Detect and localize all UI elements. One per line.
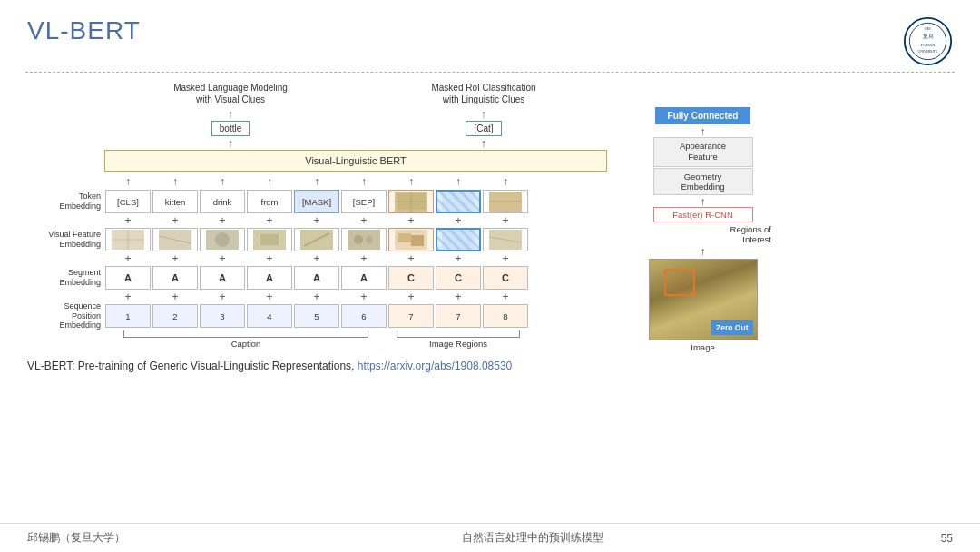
page-title: VL-BERT xyxy=(27,16,141,45)
svg-point-26 xyxy=(366,236,373,243)
reference-line: VL-BERT: Pre-training of Generic Visual-… xyxy=(27,360,953,372)
pos-5: 5 xyxy=(294,304,339,328)
plus-row-3: + + + + + + + + + xyxy=(104,291,529,303)
fc-box: Fully Connected xyxy=(655,107,751,124)
arrow-fc-down: ↑ xyxy=(701,126,706,137)
reference-text: VL-BERT: Pre-training of Generic Visual-… xyxy=(27,360,358,372)
header: VL-BERT 复旦 FUDAN UNIVERSITY 1905 xyxy=(0,0,980,66)
footer-page: 55 xyxy=(941,532,953,545)
appearance-feature-box: Appearance Feature xyxy=(653,137,753,167)
pos-1: 1 xyxy=(105,304,151,328)
pos-6: 6 xyxy=(341,304,387,328)
vf-img1 xyxy=(388,228,434,251)
bottom-labels: Caption Image Regions xyxy=(104,329,529,349)
visual-feature-row xyxy=(104,227,529,252)
faster-rcnn-box: Fast(er) R-CNN xyxy=(653,207,753,222)
image-label: Image xyxy=(691,342,714,352)
tokens-grid: [CLS] kitten drink from [MASK] [SEP] xyxy=(104,189,529,329)
token-mask: [MASK] xyxy=(294,190,339,213)
pos-7a: 7 xyxy=(388,304,434,328)
visual-feature-label: Visual Feature Embedding xyxy=(48,227,101,252)
token-embedding-row: [CLS] kitten drink from [MASK] [SEP] xyxy=(104,189,529,214)
arrow-up-bottle: ↑ xyxy=(228,107,234,121)
svg-rect-10 xyxy=(442,192,475,212)
token-end xyxy=(483,190,528,213)
position-row: 1 2 3 4 5 6 7 7 8 xyxy=(104,303,529,329)
zero-out-box: Zero Out xyxy=(711,320,752,335)
svg-rect-28 xyxy=(398,233,411,242)
vf-from xyxy=(247,228,292,251)
roi-label: Regions of Interest xyxy=(730,224,771,244)
token-cls: [CLS] xyxy=(105,190,151,213)
plus-row-1: + + + + + + + + + xyxy=(104,214,529,227)
vf-drink xyxy=(200,228,245,251)
bert-diagram: Masked Language Modeling with Visual Clu… xyxy=(27,82,611,349)
token-kitten: kitten xyxy=(152,190,198,213)
arrow-up-cat: ↑ xyxy=(481,107,487,121)
image-box: Zero Out xyxy=(649,259,758,340)
seg-cls: A xyxy=(105,266,151,290)
roi-orange-rect xyxy=(664,269,695,296)
reference-link[interactable]: https://arxiv.org/abs/1908.08530 xyxy=(358,360,513,372)
pos-8: 8 xyxy=(483,304,528,328)
arrow-rcnn-up: ↑ xyxy=(701,196,706,207)
pos-3: 3 xyxy=(200,304,245,328)
segment-embedding-label: Segment Embedding xyxy=(59,265,101,291)
seg-img1: C xyxy=(388,266,434,290)
vf-kitten xyxy=(152,228,198,251)
plus-row-2: + + + + + + + + + xyxy=(104,252,529,265)
token-img2 xyxy=(436,190,481,213)
rows-with-labels: Token Embedding Visual Feature Embedding… xyxy=(27,189,529,329)
svg-point-19 xyxy=(215,232,230,247)
pos-7b: 7 xyxy=(436,304,481,328)
main-content: Masked Language Modeling with Visual Clu… xyxy=(0,73,980,372)
vf-sep xyxy=(341,228,387,251)
rcnn-section: Fully Connected ↑ Appearance Feature Geo… xyxy=(623,107,782,352)
svg-point-0 xyxy=(905,18,951,64)
vlbert-bar: Visual-Linguistic BERT xyxy=(104,150,607,172)
vf-end xyxy=(483,228,528,251)
svg-text:FUDAN: FUDAN xyxy=(921,43,936,47)
footer: 邱锡鹏（复旦大学） 自然语言处理中的预训练模型 55 xyxy=(0,523,980,552)
seg-img2: C xyxy=(436,266,481,290)
svg-rect-29 xyxy=(411,235,424,246)
pos-2: 2 xyxy=(152,304,198,328)
svg-rect-21 xyxy=(260,234,279,245)
vf-img2 xyxy=(436,228,481,251)
svg-point-25 xyxy=(354,235,363,244)
seg-sep: A xyxy=(341,266,387,290)
seg-mask: A xyxy=(294,266,339,290)
output-cat: [Cat] xyxy=(466,121,501,136)
geometry-embedding-box: Geometry Embedding xyxy=(653,168,753,195)
vf-cls xyxy=(105,228,151,251)
seg-kitten: A xyxy=(152,266,198,290)
fudan-logo: 复旦 FUDAN UNIVERSITY 1905 xyxy=(903,16,953,66)
seg-from: A xyxy=(247,266,292,290)
svg-text:复旦: 复旦 xyxy=(923,33,934,39)
arrow-image-up: ↑ xyxy=(701,246,706,257)
mlm-label: Masked Language Modeling with Visual Clu… xyxy=(173,82,288,105)
vf-mask xyxy=(294,228,339,251)
token-drink: drink xyxy=(200,190,245,213)
footer-title: 自然语言处理中的预训练模型 xyxy=(462,530,603,546)
svg-text:1905: 1905 xyxy=(925,27,931,31)
svg-rect-30 xyxy=(442,230,475,250)
seg-end: C xyxy=(483,266,528,290)
token-sep: [SEP] xyxy=(341,190,387,213)
seg-drink: A xyxy=(200,266,245,290)
svg-text:UNIVERSITY: UNIVERSITY xyxy=(918,50,938,54)
sequence-position-label: Sequence Position Embedding xyxy=(59,303,101,329)
token-from: from xyxy=(247,190,292,213)
segment-row: A A A A A A C C C xyxy=(104,265,529,291)
output-bottle: bottle xyxy=(211,121,250,136)
svg-rect-24 xyxy=(348,230,380,250)
pos-4: 4 xyxy=(247,304,292,328)
mroi-label: Masked RoI Classification with Linguisti… xyxy=(431,82,535,105)
token-img1 xyxy=(388,190,434,213)
footer-author: 邱锡鹏（复旦大学） xyxy=(27,530,125,546)
token-embedding-label: Token Embedding xyxy=(59,189,101,214)
